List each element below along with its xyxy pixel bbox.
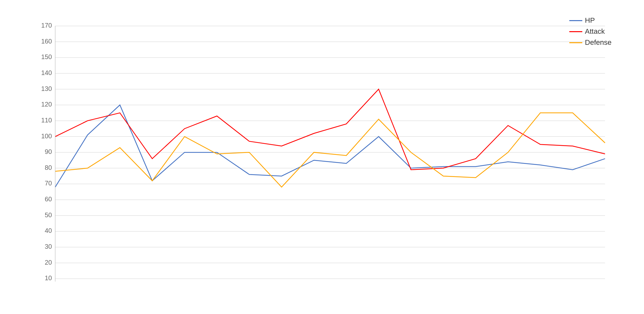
chart-svg: 0102030405060708090100110120130140150160… — [26, 13, 618, 282]
svg-text:50: 50 — [45, 211, 52, 219]
chart-container: 0102030405060708090100110120130140150160… — [0, 0, 644, 314]
svg-text:100: 100 — [41, 132, 52, 140]
svg-text:170: 170 — [41, 22, 52, 29]
svg-text:140: 140 — [41, 69, 52, 76]
legend-item-attack: Attack — [569, 27, 612, 36]
svg-text:20: 20 — [45, 259, 52, 266]
svg-text:40: 40 — [45, 227, 52, 234]
legend-line-defense — [569, 42, 582, 43]
legend-label-defense: Defense — [585, 38, 612, 47]
svg-text:30: 30 — [45, 243, 52, 250]
svg-text:150: 150 — [41, 53, 52, 60]
legend-line-attack — [569, 31, 582, 32]
svg-text:80: 80 — [45, 164, 52, 171]
svg-text:60: 60 — [45, 195, 52, 203]
svg-text:120: 120 — [41, 101, 52, 108]
legend-item-hp: HP — [569, 16, 612, 25]
legend-line-hp — [569, 20, 582, 21]
svg-text:90: 90 — [45, 148, 52, 155]
legend-label-hp: HP — [585, 16, 595, 25]
legend-label-attack: Attack — [585, 27, 605, 36]
svg-text:110: 110 — [41, 117, 52, 124]
svg-text:160: 160 — [41, 38, 52, 45]
svg-text:130: 130 — [41, 85, 52, 92]
svg-text:70: 70 — [45, 180, 52, 187]
svg-text:10: 10 — [45, 274, 52, 282]
chart-legend: HP Attack Defense — [569, 16, 612, 47]
legend-item-defense: Defense — [569, 38, 612, 47]
